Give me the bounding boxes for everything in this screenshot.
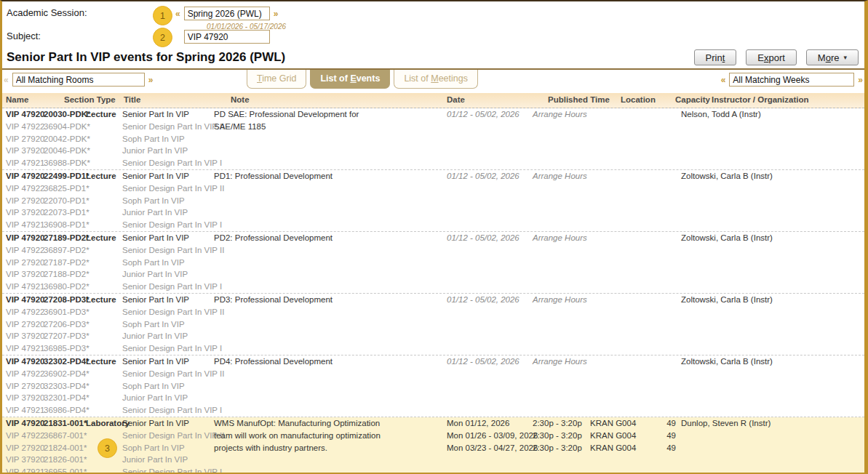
cell-loc <box>590 342 661 355</box>
cell-loc: KRAN G004 <box>590 417 661 430</box>
more-button[interactable]: More▾ <box>806 49 859 65</box>
cell-date: 01/12 - 05/02, 2026 <box>447 108 533 121</box>
col-header-note[interactable]: Note <box>231 95 250 104</box>
col-header-location[interactable]: Location <box>621 95 656 104</box>
subject-input[interactable] <box>184 30 270 44</box>
col-header-instructor[interactable]: Instructor / Organization <box>712 95 809 104</box>
cell-cap <box>661 268 676 281</box>
cell-type <box>86 342 122 355</box>
session-next-icon[interactable]: » <box>274 9 279 19</box>
cell-time <box>533 195 590 207</box>
event-row[interactable]: VIP 2792022070-PD1*Soph Part In VIP <box>2 195 864 207</box>
event-row[interactable]: VIP 3792027188-PD2*Junior Part In VIP <box>2 268 864 281</box>
event-row[interactable]: VIP 2792020042-PDK*Soph Part In VIP <box>2 133 864 145</box>
event-row[interactable]: VIP 4792136908-PD1*Senior Design Part In… <box>2 219 864 231</box>
cell-name: VIP 47920 <box>2 170 44 182</box>
more-label: M <box>818 52 826 63</box>
cell-cap <box>661 330 676 342</box>
tab-list-of-events[interactable]: List of Events <box>310 70 390 89</box>
caret-down-icon: ▾ <box>843 54 847 61</box>
event-row[interactable]: VIP 4792027189-PD2*LectureSenior Part In… <box>2 232 864 244</box>
col-header-date[interactable]: Date <box>447 95 465 104</box>
step-badge-3: 3 <box>97 438 117 458</box>
event-row[interactable]: VIP 2792027187-PD2*Soph Part In VIP <box>2 257 864 269</box>
event-row[interactable]: VIP 4792236904-PDK*Senior Design Part In… <box>2 121 864 133</box>
event-row[interactable]: VIP 3792022073-PD1*Junior Part In VIP <box>2 206 864 219</box>
tab-time-grid[interactable]: Time Grid <box>247 70 306 89</box>
event-row[interactable]: VIP 3792021826-001*Junior Part In VIP <box>2 454 864 466</box>
cell-inst <box>676 330 864 342</box>
col-header-title[interactable]: Title <box>124 95 140 104</box>
cell-date <box>447 268 533 281</box>
event-row[interactable]: VIP 4792236897-PD2*Senior Design Part In… <box>2 244 864 257</box>
cell-note: WMS ManufOpt: Manufacturing Optimization <box>214 417 447 430</box>
event-row[interactable]: VIP 3792027207-PD3*Junior Part In VIP <box>2 330 864 342</box>
event-row[interactable]: VIP 4792136985-PD3*Senior Design Part In… <box>2 342 864 355</box>
event-row[interactable]: VIP 3792032301-PD4*Junior Part In VIP <box>2 392 864 404</box>
event-row[interactable]: VIP 2792032303-PD4*Soph Part In VIP <box>2 380 864 393</box>
cell-note: PD4: Professional Development <box>214 356 447 368</box>
cell-note <box>214 330 447 342</box>
col-header-name[interactable]: Name <box>6 95 28 104</box>
event-row[interactable]: VIP 4792136980-PD2*Senior Design Part In… <box>2 281 864 293</box>
event-row[interactable]: VIP 4792027208-PD3*LectureSenior Part In… <box>2 294 864 306</box>
events-table-body: VIP 4792020030-PDK*LectureSenior Part In… <box>2 108 864 474</box>
cell-name: VIP 37920 <box>2 330 44 342</box>
cell-date <box>447 244 533 257</box>
col-header-section-type[interactable]: Section Type <box>64 95 116 104</box>
event-row[interactable]: VIP 2792021824-001*Soph Part In VIPproje… <box>2 442 864 454</box>
session-prev-icon[interactable]: « <box>175 9 180 19</box>
event-row[interactable]: VIP 4792032302-PD4*LectureSenior Part In… <box>2 356 864 368</box>
event-row[interactable]: VIP 4792236867-001*Senior Design Part In… <box>2 430 864 442</box>
weeks-filter-input[interactable] <box>729 73 854 87</box>
cell-inst: Zoltowski, Carla B (Instr) <box>676 170 864 182</box>
event-row[interactable]: VIP 3792020046-PDK*Junior Part In VIP <box>2 145 864 157</box>
event-row[interactable]: VIP 4792236901-PD3*Senior Design Part In… <box>2 306 864 318</box>
weeks-next-icon[interactable]: » <box>858 75 863 85</box>
event-row[interactable]: VIP 2792027206-PD3*Soph Part In VIP <box>2 318 864 331</box>
cell-sec: 21826-001* <box>44 454 86 466</box>
cell-title: Senior Design Part In VIP II <box>122 306 214 318</box>
event-row[interactable]: VIP 4792136955-001*Senior Design Part In… <box>2 466 864 474</box>
cell-name: VIP 27920 <box>2 380 44 393</box>
rooms-next-icon[interactable]: » <box>148 75 154 85</box>
cell-title: Junior Part In VIP <box>122 268 214 281</box>
cell-cap <box>661 404 676 417</box>
cell-note <box>214 268 447 281</box>
cell-loc <box>590 466 661 474</box>
event-row[interactable]: VIP 4792022499-PD1*LectureSenior Part In… <box>2 170 864 182</box>
cell-loc <box>590 206 661 219</box>
event-row[interactable]: VIP 4792021831-001*LaboratorySenior Part… <box>2 417 864 430</box>
cell-title: Junior Part In VIP <box>122 392 214 404</box>
cell-loc <box>590 244 661 257</box>
rooms-prev-icon[interactable]: « <box>4 75 9 85</box>
event-row[interactable]: VIP 4792136986-PD4*Senior Design Part In… <box>2 404 864 417</box>
cell-name: VIP 47920 <box>2 232 44 244</box>
rooms-filter-input[interactable] <box>12 73 145 87</box>
cell-sec: 36904-PDK* <box>44 121 86 133</box>
col-header-capacity[interactable]: Capacity <box>675 95 710 104</box>
cell-type <box>86 330 122 342</box>
cell-date: Mon 03/23 - 04/27, 2026 <box>447 442 533 454</box>
cell-name: VIP 47922 <box>2 430 44 442</box>
cell-sec: 20046-PDK* <box>44 145 86 157</box>
cell-type <box>86 268 122 281</box>
cell-date: Mon 01/26 - 03/09, 2026 <box>447 430 533 442</box>
cell-cap <box>661 306 676 318</box>
cell-loc <box>590 232 661 244</box>
event-row[interactable]: VIP 4792236902-PD4*Senior Design Part In… <box>2 368 864 380</box>
event-row[interactable]: VIP 4792236825-PD1*Senior Design Part In… <box>2 182 864 195</box>
more-label-key: o <box>826 52 831 63</box>
print-button[interactable]: Print <box>694 49 737 65</box>
event-row[interactable]: VIP 4792136988-PDK*Senior Design Part In… <box>2 157 864 169</box>
tab-list-of-events-pre: List of <box>320 73 350 84</box>
academic-session-input[interactable] <box>184 7 270 20</box>
tab-list-of-meetings[interactable]: List of Meetings <box>394 70 478 89</box>
cell-type: Lecture <box>86 232 122 244</box>
col-header-published-time[interactable]: Published Time <box>548 95 610 104</box>
cell-inst <box>676 219 864 231</box>
cell-cap <box>661 356 676 368</box>
weeks-prev-icon[interactable]: « <box>721 75 726 85</box>
event-row[interactable]: VIP 4792020030-PDK*LectureSenior Part In… <box>2 108 864 121</box>
export-button[interactable]: Export <box>746 49 797 65</box>
